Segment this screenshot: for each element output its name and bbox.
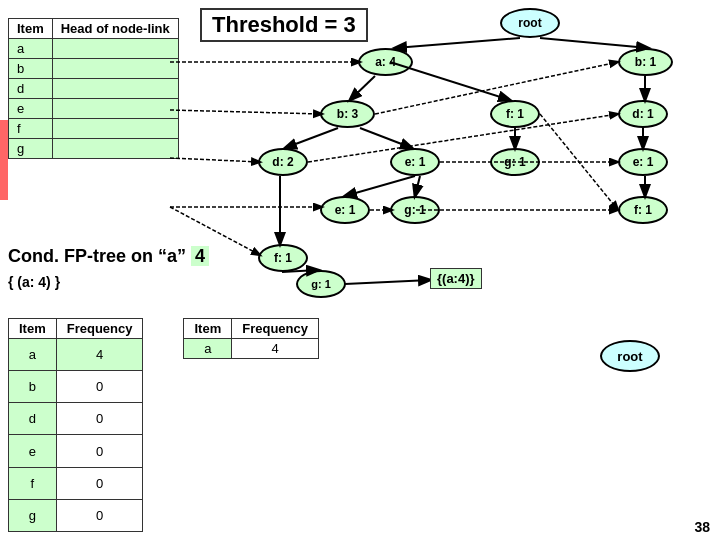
freq-cell-f: 0 bbox=[56, 467, 143, 499]
node-g1-mid: g: 1 bbox=[490, 148, 540, 176]
col-head: Head of node-link bbox=[52, 19, 178, 39]
top-section: Item Head of node-link a b d e f bbox=[0, 0, 720, 310]
cond-fp-tree-label: Cond. FP-tree on “a” 4 bbox=[8, 246, 209, 267]
table-row: g 0 bbox=[9, 499, 143, 531]
head-g bbox=[52, 139, 178, 159]
page-number: 38 bbox=[694, 519, 710, 535]
freq-cell-g: 0 bbox=[56, 499, 143, 531]
freq-table-2: Item Frequency a 4 bbox=[183, 318, 318, 359]
item-e: e bbox=[9, 99, 53, 119]
cond-num-badge: 4 bbox=[191, 246, 209, 266]
freq-table-1: Item Frequency a 4 b 0 d 0 e 0 f bbox=[8, 318, 143, 532]
node-d1: d: 1 bbox=[618, 100, 668, 128]
svg-line-5 bbox=[285, 128, 338, 148]
table-row: b bbox=[9, 59, 179, 79]
table-row: f bbox=[9, 119, 179, 139]
node-b1-top: b: 1 bbox=[618, 48, 673, 76]
table-row: a 4 bbox=[184, 339, 318, 359]
node-f1-left: f: 1 bbox=[258, 244, 308, 272]
th-item-2: Item bbox=[184, 319, 232, 339]
table-row: b 0 bbox=[9, 371, 143, 403]
item-table: Item Head of node-link a b d e f bbox=[8, 18, 179, 159]
node-d2: d: 2 bbox=[258, 148, 308, 176]
svg-line-10 bbox=[345, 176, 415, 196]
freq-cell-b: 0 bbox=[56, 371, 143, 403]
node-b3: b: 3 bbox=[320, 100, 375, 128]
head-d bbox=[52, 79, 178, 99]
item-cell-g: g bbox=[9, 499, 57, 531]
table-row: d 0 bbox=[9, 403, 143, 435]
svg-line-6 bbox=[360, 128, 412, 148]
node-g1-left: g: 1 bbox=[296, 270, 346, 298]
freq-cell-d: 0 bbox=[56, 403, 143, 435]
item-cell-a2: a bbox=[184, 339, 232, 359]
svg-line-16 bbox=[170, 158, 260, 162]
table-row: e bbox=[9, 99, 179, 119]
th-item-1: Item bbox=[9, 319, 57, 339]
cond-label-text: Cond. FP-tree on “a” bbox=[8, 246, 186, 266]
node-e1-right: e: 1 bbox=[618, 148, 668, 176]
svg-line-11 bbox=[415, 176, 420, 196]
freq-cell-a: 4 bbox=[56, 339, 143, 371]
item-a: a bbox=[9, 39, 53, 59]
svg-line-15 bbox=[170, 110, 322, 114]
node-f1-top: f: 1 bbox=[490, 100, 540, 128]
node-g1-bot: g: 1 bbox=[390, 196, 440, 224]
item-cell-a: a bbox=[9, 339, 57, 371]
th-freq-2: Frequency bbox=[232, 319, 319, 339]
svg-line-0 bbox=[395, 38, 520, 48]
item-cell-f: f bbox=[9, 467, 57, 499]
threshold-label: Threshold = 3 bbox=[200, 8, 368, 42]
table-row: f 0 bbox=[9, 467, 143, 499]
item-cell-d: d bbox=[9, 403, 57, 435]
col-item: Item bbox=[9, 19, 53, 39]
item-cell-b: b bbox=[9, 371, 57, 403]
node-e1-bot: e: 1 bbox=[320, 196, 370, 224]
freq-cell-e: 0 bbox=[56, 435, 143, 467]
item-d: d bbox=[9, 79, 53, 99]
root-node-bottom: root bbox=[600, 340, 660, 372]
item-cell-e: e bbox=[9, 435, 57, 467]
node-f1-bot: f: 1 bbox=[618, 196, 668, 224]
head-e bbox=[52, 99, 178, 119]
node-e1-mid: e: 1 bbox=[390, 148, 440, 176]
table-row: a bbox=[9, 39, 179, 59]
svg-line-2 bbox=[350, 76, 375, 100]
result-set: {(a:4)} bbox=[430, 268, 482, 289]
head-b bbox=[52, 59, 178, 79]
item-f: f bbox=[9, 119, 53, 139]
svg-line-1 bbox=[540, 38, 648, 48]
svg-line-25 bbox=[345, 280, 430, 284]
svg-line-24 bbox=[540, 114, 618, 210]
table-row: a 4 bbox=[9, 339, 143, 371]
condition-set: { (a: 4) } bbox=[8, 274, 60, 290]
table-row: g bbox=[9, 139, 179, 159]
th-freq-1: Frequency bbox=[56, 319, 143, 339]
table-row: e 0 bbox=[9, 435, 143, 467]
node-root: root bbox=[500, 8, 560, 38]
item-g: g bbox=[9, 139, 53, 159]
head-a bbox=[52, 39, 178, 59]
head-f bbox=[52, 119, 178, 139]
item-b: b bbox=[9, 59, 53, 79]
table-row: d bbox=[9, 79, 179, 99]
node-a4: a: 4 bbox=[358, 48, 413, 76]
freq-cell-a2: 4 bbox=[232, 339, 319, 359]
